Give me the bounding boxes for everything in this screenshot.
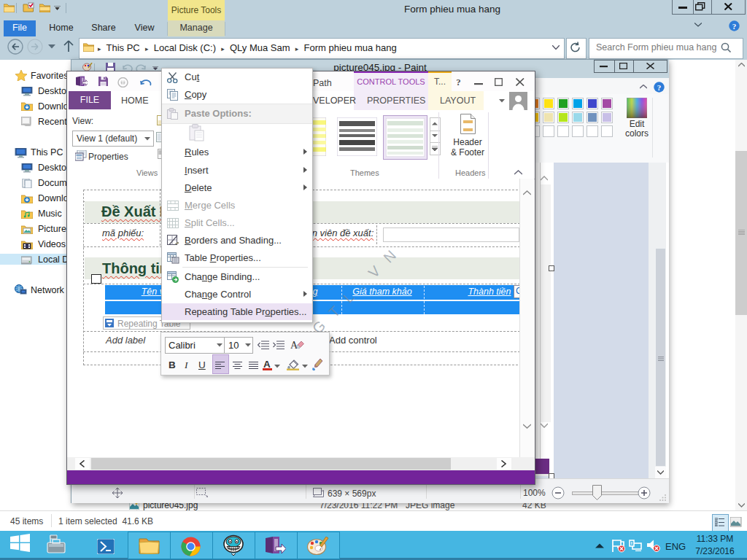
svg-text:?: ? xyxy=(732,22,737,31)
svg-text:?: ? xyxy=(657,83,662,92)
